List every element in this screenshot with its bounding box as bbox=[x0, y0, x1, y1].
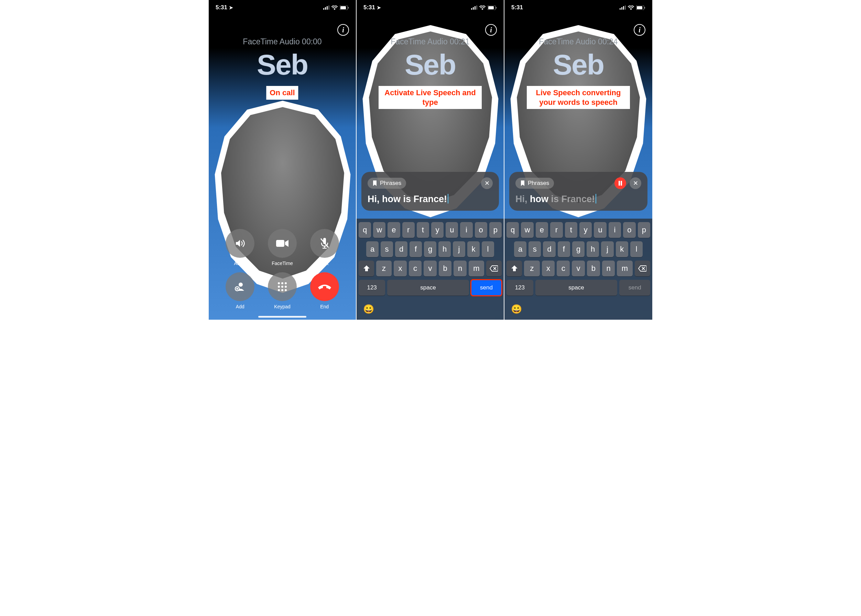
space-key[interactable]: space bbox=[387, 280, 469, 295]
svg-point-12 bbox=[239, 283, 243, 287]
key-b[interactable]: b bbox=[439, 261, 452, 277]
key-g[interactable]: g bbox=[424, 241, 436, 257]
key-s[interactable]: s bbox=[381, 241, 393, 257]
info-button[interactable]: i bbox=[485, 24, 497, 36]
status-time: 5:31 bbox=[511, 4, 523, 11]
key-f[interactable]: f bbox=[558, 241, 570, 257]
keyboard-row-3: zxcvbnm bbox=[359, 261, 502, 277]
key-e[interactable]: e bbox=[536, 222, 548, 238]
key-o[interactable]: o bbox=[475, 222, 487, 238]
shift-key[interactable] bbox=[359, 261, 374, 277]
key-u[interactable]: u bbox=[594, 222, 606, 238]
key-t[interactable]: t bbox=[417, 222, 429, 238]
key-c[interactable]: c bbox=[557, 261, 570, 277]
live-speech-input[interactable]: Hi, how is France! bbox=[515, 194, 641, 204]
key-i[interactable]: i bbox=[460, 222, 472, 238]
key-e[interactable]: e bbox=[387, 222, 400, 238]
signal-icon bbox=[620, 5, 626, 9]
key-j[interactable]: j bbox=[453, 241, 465, 257]
key-d[interactable]: d bbox=[543, 241, 555, 257]
svg-rect-2 bbox=[327, 6, 328, 9]
key-z[interactable]: z bbox=[524, 261, 540, 277]
live-speech-input[interactable]: Hi, how is France! bbox=[368, 194, 493, 204]
svg-point-18 bbox=[285, 282, 287, 284]
key-m[interactable]: m bbox=[469, 261, 484, 277]
key-j[interactable]: j bbox=[601, 241, 614, 257]
facetime-button[interactable]: FaceTime bbox=[261, 229, 304, 266]
key-o[interactable]: o bbox=[623, 222, 636, 238]
emoji-button[interactable]: 😀 bbox=[511, 303, 522, 315]
send-key[interactable]: send bbox=[471, 280, 502, 295]
svg-rect-5 bbox=[340, 6, 346, 9]
svg-rect-30 bbox=[488, 6, 494, 9]
key-l[interactable]: l bbox=[482, 241, 494, 257]
live-speech-panel: Phrases ✕ Hi, how is France! bbox=[509, 172, 647, 211]
key-p[interactable]: p bbox=[638, 222, 650, 238]
status-bar: 5:31 ➤ bbox=[209, 0, 356, 15]
keyboard: qwertyuiop asdfghjkl zxcvbnm 123 space s… bbox=[504, 218, 652, 320]
audio-button[interactable]: Audio bbox=[219, 229, 261, 266]
status-time: 5:31 bbox=[364, 4, 375, 11]
key-x[interactable]: x bbox=[394, 261, 407, 277]
key-x[interactable]: x bbox=[542, 261, 555, 277]
key-c[interactable]: c bbox=[409, 261, 422, 277]
key-u[interactable]: u bbox=[445, 222, 458, 238]
key-p[interactable]: p bbox=[489, 222, 502, 238]
key-w[interactable]: w bbox=[521, 222, 533, 238]
video-icon bbox=[275, 239, 289, 248]
key-r[interactable]: r bbox=[402, 222, 415, 238]
home-indicator[interactable] bbox=[258, 316, 306, 317]
key-t[interactable]: t bbox=[565, 222, 577, 238]
key-v[interactable]: v bbox=[423, 261, 437, 277]
key-a[interactable]: a bbox=[514, 241, 526, 257]
shift-key[interactable] bbox=[507, 261, 522, 277]
backspace-key[interactable] bbox=[635, 261, 650, 277]
key-g[interactable]: g bbox=[572, 241, 584, 257]
close-button[interactable]: ✕ bbox=[481, 178, 493, 189]
end-button[interactable]: End bbox=[303, 272, 346, 310]
key-q[interactable]: q bbox=[359, 222, 371, 238]
mute-button[interactable]: Mut bbox=[303, 229, 346, 266]
keypad-icon bbox=[277, 281, 288, 292]
add-button[interactable]: Add bbox=[219, 272, 261, 310]
call-type-label: FaceTime Audio 00:00 bbox=[209, 37, 356, 46]
status-time: 5:31 bbox=[216, 4, 227, 11]
phrases-button[interactable]: Phrases bbox=[368, 178, 406, 189]
svg-rect-1 bbox=[325, 7, 326, 9]
send-key[interactable]: send bbox=[619, 280, 650, 295]
key-n[interactable]: n bbox=[453, 261, 467, 277]
key-q[interactable]: q bbox=[507, 222, 519, 238]
numbers-key[interactable]: 123 bbox=[359, 280, 385, 295]
key-z[interactable]: z bbox=[376, 261, 392, 277]
key-y[interactable]: y bbox=[431, 222, 444, 238]
phrases-button[interactable]: Phrases bbox=[515, 178, 554, 189]
key-k[interactable]: k bbox=[616, 241, 628, 257]
backspace-key[interactable] bbox=[486, 261, 502, 277]
key-h[interactable]: h bbox=[438, 241, 451, 257]
key-b[interactable]: b bbox=[587, 261, 600, 277]
key-i[interactable]: i bbox=[609, 222, 621, 238]
ls-text-dim-before: Hi, bbox=[515, 194, 530, 204]
keypad-button[interactable]: Keypad bbox=[261, 272, 304, 310]
key-k[interactable]: k bbox=[467, 241, 480, 257]
key-f[interactable]: f bbox=[409, 241, 422, 257]
space-key[interactable]: space bbox=[535, 280, 617, 295]
key-w[interactable]: w bbox=[373, 222, 386, 238]
pause-button[interactable] bbox=[614, 178, 626, 189]
info-button[interactable]: i bbox=[337, 24, 349, 36]
info-button[interactable]: i bbox=[634, 24, 645, 36]
key-m[interactable]: m bbox=[617, 261, 632, 277]
close-button[interactable]: ✕ bbox=[630, 178, 641, 189]
key-d[interactable]: d bbox=[395, 241, 408, 257]
key-v[interactable]: v bbox=[572, 261, 585, 277]
key-r[interactable]: r bbox=[550, 222, 562, 238]
key-n[interactable]: n bbox=[602, 261, 615, 277]
emoji-button[interactable]: 😀 bbox=[363, 303, 375, 315]
key-s[interactable]: s bbox=[529, 241, 541, 257]
key-h[interactable]: h bbox=[587, 241, 599, 257]
keyboard-row-4: 123 space send bbox=[507, 280, 650, 295]
key-a[interactable]: a bbox=[366, 241, 379, 257]
key-l[interactable]: l bbox=[630, 241, 643, 257]
key-y[interactable]: y bbox=[579, 222, 592, 238]
numbers-key[interactable]: 123 bbox=[507, 280, 533, 295]
